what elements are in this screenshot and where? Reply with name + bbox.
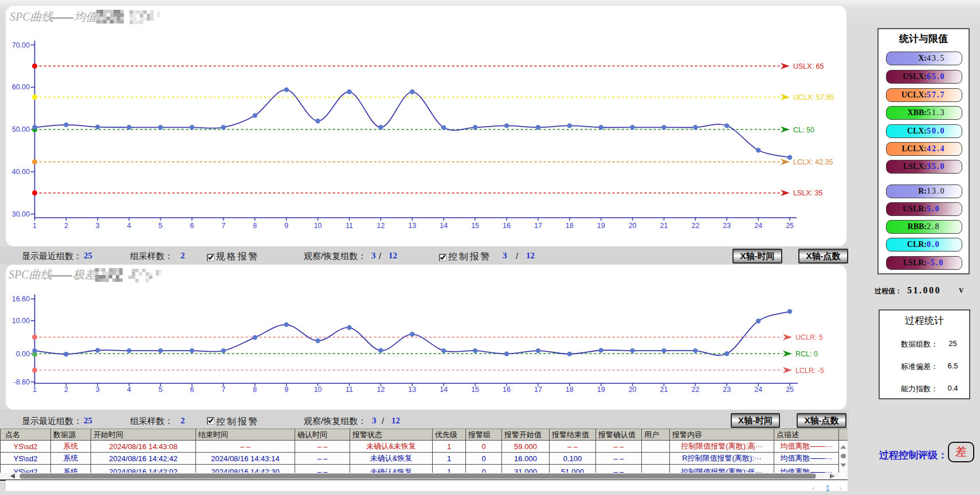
svg-text:6: 6 (190, 222, 194, 230)
svg-text:40.00: 40.00 (12, 168, 30, 176)
svg-text:14: 14 (440, 222, 448, 230)
svg-text:7: 7 (221, 222, 225, 230)
svg-text:17: 17 (534, 222, 542, 230)
svg-text:0.00: 0.00 (16, 350, 30, 358)
svg-text:4: 4 (127, 222, 131, 230)
svg-text:18: 18 (566, 222, 574, 230)
svg-text:15: 15 (471, 222, 479, 230)
svg-text:10.00: 10.00 (12, 317, 30, 325)
svg-text:50.00: 50.00 (12, 125, 30, 133)
svg-text:24: 24 (754, 386, 762, 394)
svg-text:25: 25 (786, 386, 794, 394)
svg-text:LSLX: 35: LSLX: 35 (793, 189, 822, 197)
svg-text:16: 16 (503, 386, 511, 394)
svg-text:3: 3 (96, 222, 100, 230)
svg-text:10: 10 (314, 386, 322, 394)
svg-text:22: 22 (691, 222, 699, 230)
svg-text:UCLR: 5: UCLR: 5 (795, 333, 823, 341)
svg-text:USLX: 65: USLX: 65 (793, 62, 824, 70)
svg-text:LCLX: 42.35: LCLX: 42.35 (793, 158, 833, 166)
svg-text:21: 21 (660, 222, 668, 230)
svg-text:1: 1 (33, 386, 37, 394)
svg-text:LCLR: -5: LCLR: -5 (795, 367, 824, 375)
svg-text:9: 9 (284, 222, 288, 230)
svg-text:19: 19 (597, 386, 605, 394)
svg-text:8: 8 (253, 222, 257, 230)
svg-text:24: 24 (754, 222, 762, 230)
svg-text:7: 7 (221, 386, 225, 394)
svg-text:60.00: 60.00 (12, 83, 30, 91)
svg-text:6: 6 (190, 386, 194, 394)
svg-text:22: 22 (691, 386, 699, 394)
svg-text:14: 14 (440, 386, 448, 394)
svg-text:2: 2 (64, 222, 68, 230)
svg-text:2: 2 (64, 386, 68, 394)
svg-text:4: 4 (127, 386, 131, 394)
svg-text:19: 19 (597, 222, 605, 230)
svg-text:11: 11 (346, 386, 353, 394)
svg-text:17: 17 (534, 386, 542, 394)
svg-text:70.00: 70.00 (12, 41, 30, 49)
svg-text:25: 25 (786, 222, 794, 230)
svg-text:-8.60: -8.60 (14, 378, 30, 386)
svg-text:15: 15 (471, 386, 479, 394)
svg-text:20: 20 (629, 222, 637, 230)
svg-text:18: 18 (566, 386, 574, 394)
svg-text:10: 10 (314, 222, 322, 230)
svg-text:UCLX: 57.65: UCLX: 57.65 (793, 93, 834, 101)
svg-text:5: 5 (159, 222, 163, 230)
svg-text:16: 16 (503, 222, 511, 230)
svg-text:12: 12 (377, 222, 385, 230)
svg-text:RCL: 0: RCL: 0 (795, 350, 818, 358)
svg-text:21: 21 (660, 386, 668, 394)
svg-text:13: 13 (408, 222, 416, 230)
svg-text:23: 23 (723, 222, 731, 230)
svg-text:16.60: 16.60 (12, 295, 30, 303)
svg-text:12: 12 (377, 386, 385, 394)
svg-text:1: 1 (33, 222, 37, 230)
svg-text:5: 5 (159, 386, 163, 394)
svg-text:8: 8 (253, 386, 257, 394)
svg-text:CL: 50: CL: 50 (793, 126, 814, 134)
svg-text:13: 13 (408, 386, 416, 394)
svg-text:30.00: 30.00 (12, 210, 30, 218)
svg-text:11: 11 (346, 222, 353, 230)
svg-text:9: 9 (284, 386, 288, 394)
svg-text:20: 20 (629, 386, 637, 394)
svg-text:23: 23 (723, 386, 731, 394)
svg-text:3: 3 (96, 386, 100, 394)
